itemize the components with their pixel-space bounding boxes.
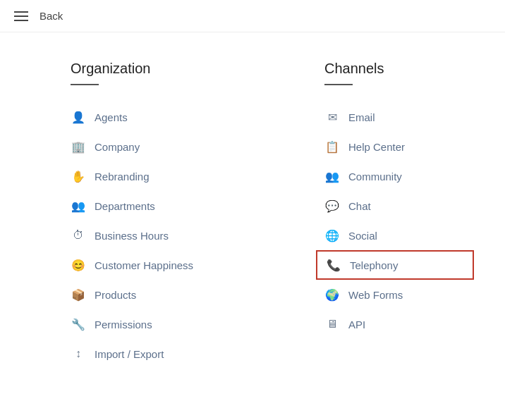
business-hours-label: Business Hours — [95, 230, 169, 242]
organization-column: Organization 👤 Agents 🏢 Company ✋ Rebran… — [71, 61, 212, 369]
rebranding-label: Rebranding — [95, 171, 150, 183]
help-center-label: Help Center — [348, 141, 405, 153]
main-content: Organization 👤 Agents 🏢 Company ✋ Rebran… — [0, 32, 505, 397]
api-icon: 🖥 — [324, 316, 340, 332]
permissions-icon: 🔧 — [71, 316, 86, 332]
products-icon: 📦 — [71, 287, 86, 302]
company-label: Company — [95, 141, 140, 153]
channels-divider — [324, 84, 353, 85]
email-label: Email — [348, 111, 375, 123]
agents-label: Agents — [95, 111, 128, 123]
menu-item-company[interactable]: 🏢 Company — [71, 132, 212, 161]
top-bar: Back — [0, 0, 505, 32]
channels-title: Channels — [324, 61, 466, 77]
menu-item-business-hours[interactable]: ⏱ Business Hours — [71, 221, 212, 250]
community-label: Community — [348, 171, 402, 183]
web-forms-label: Web Forms — [348, 289, 403, 301]
customer-happiness-label: Customer Happiness — [95, 259, 193, 271]
hamburger-menu-icon[interactable] — [14, 11, 28, 21]
menu-item-permissions[interactable]: 🔧 Permissions — [71, 309, 212, 339]
menu-item-community[interactable]: 👥 Community — [324, 161, 466, 191]
menu-item-social[interactable]: 🌐 Social — [324, 221, 466, 250]
organization-divider — [71, 84, 99, 85]
agents-icon: 👤 — [71, 109, 86, 125]
community-icon: 👥 — [324, 168, 340, 184]
menu-item-telephony[interactable]: 📞 Telephony — [316, 250, 474, 280]
permissions-label: Permissions — [95, 319, 152, 331]
import-export-label: Import / Export — [95, 348, 164, 360]
chat-icon: 💬 — [324, 198, 340, 214]
help-center-icon: 📋 — [324, 139, 340, 154]
menu-item-agents[interactable]: 👤 Agents — [71, 102, 212, 132]
social-label: Social — [348, 230, 377, 242]
products-label: Products — [95, 289, 136, 301]
menu-item-rebranding[interactable]: ✋ Rebranding — [71, 161, 212, 191]
menu-item-customer-happiness[interactable]: 😊 Customer Happiness — [71, 250, 212, 280]
api-label: API — [348, 319, 365, 331]
telephony-icon: 📞 — [326, 257, 341, 273]
menu-item-chat[interactable]: 💬 Chat — [324, 191, 466, 221]
business-hours-icon: ⏱ — [71, 228, 86, 243]
customer-happiness-icon: 😊 — [71, 257, 86, 273]
menu-item-products[interactable]: 📦 Products — [71, 280, 212, 309]
menu-item-import-export[interactable]: ↕ Import / Export — [71, 339, 212, 369]
channels-column: Channels ✉ Email 📋 Help Center 👥 Communi… — [324, 61, 466, 369]
departments-label: Departments — [95, 200, 155, 212]
email-icon: ✉ — [324, 109, 340, 125]
web-forms-icon: 🌍 — [324, 287, 340, 302]
organization-title: Organization — [71, 61, 212, 77]
rebranding-icon: ✋ — [71, 168, 86, 184]
departments-icon: 👥 — [71, 198, 86, 214]
menu-item-email[interactable]: ✉ Email — [324, 102, 466, 132]
menu-item-departments[interactable]: 👥 Departments — [71, 191, 212, 221]
menu-item-web-forms[interactable]: 🌍 Web Forms — [324, 280, 466, 309]
company-icon: 🏢 — [71, 139, 86, 154]
back-button[interactable]: Back — [39, 10, 63, 22]
chat-label: Chat — [348, 200, 371, 212]
import-export-icon: ↕ — [71, 346, 86, 362]
social-icon: 🌐 — [324, 228, 340, 243]
menu-item-help-center[interactable]: 📋 Help Center — [324, 132, 466, 161]
menu-item-api[interactable]: 🖥 API — [324, 309, 466, 339]
telephony-label: Telephony — [350, 259, 398, 271]
